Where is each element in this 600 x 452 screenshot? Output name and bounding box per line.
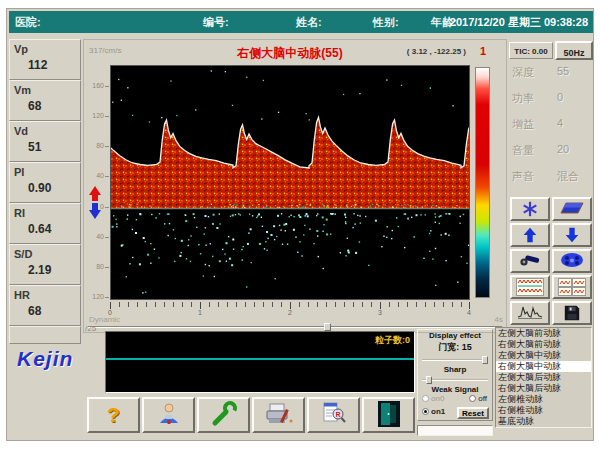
param-value: 2.19 — [28, 263, 76, 277]
question-mark-icon: ? — [89, 399, 138, 431]
artery-item[interactable]: 右侧大脑后动脉 — [496, 383, 591, 394]
exit-button[interactable] — [362, 397, 415, 433]
gate-width-label: 门宽: — [438, 342, 459, 352]
gate-width-slider[interactable] — [422, 356, 488, 364]
power-row: 功率 0 — [509, 91, 593, 111]
wrench-icon — [210, 401, 238, 427]
gain-label: 增益 — [512, 117, 534, 132]
header-bar: 医院: 编号: 姓名: 性别: 年龄: 2017/12/20 星期三 09:38… — [9, 11, 593, 33]
depth-up-button[interactable] — [510, 223, 550, 247]
channel-number: 1 — [480, 45, 486, 57]
artery-list: 左侧大脑前动脉 右侧大脑前动脉 左侧大脑中动脉 右侧大脑中动脉 左侧大脑后动脉 … — [495, 327, 592, 428]
brand-logo: Kejin — [17, 347, 73, 371]
patient-info-button[interactable] — [142, 397, 195, 433]
param-label: Vm — [14, 84, 76, 96]
gender-label: 性别: — [373, 15, 399, 30]
depth-value: 55 — [557, 65, 569, 77]
artery-item[interactable]: 右侧大脑前动脉 — [496, 339, 591, 350]
freeze-button[interactable] — [510, 197, 550, 221]
y-tick: 120 — [84, 112, 104, 119]
help-button[interactable]: ? — [87, 397, 140, 433]
quad-spectrum-button[interactable] — [552, 275, 592, 299]
x-tick: 1 — [192, 309, 208, 316]
probe-select-button[interactable] — [510, 249, 550, 273]
envelope-trace-button[interactable] — [510, 301, 550, 325]
y-tick: 40 — [84, 233, 104, 240]
reset-button[interactable]: Reset — [457, 407, 489, 419]
down-arrow-icon — [563, 226, 581, 244]
artery-item[interactable]: 左侧大脑后动脉 — [496, 372, 591, 383]
x-tick: 2 — [282, 309, 298, 316]
probe-plate-icon — [559, 200, 585, 216]
x-tick: 4 — [461, 309, 477, 316]
param-value: 0.64 — [28, 222, 76, 236]
power-label: 功率 — [512, 91, 534, 106]
hospital-label: 医院: — [15, 15, 41, 30]
gate-depth-line — [106, 358, 414, 360]
frequency-button[interactable]: 50Hz — [555, 41, 593, 60]
up-arrow-icon — [521, 226, 539, 244]
patient-icon — [155, 401, 183, 427]
display-effect-panel: Display effect 门宽: 15 Sharp Weak Signal … — [417, 329, 493, 421]
m-mode-display: 粒子数:0 — [105, 331, 415, 393]
sound-row: 声音 混合 — [509, 169, 593, 189]
flow-up-arrow-icon — [89, 186, 101, 195]
y-tick: 80 — [84, 263, 104, 270]
settings-button[interactable] — [197, 397, 250, 433]
param-label: PI — [14, 166, 76, 178]
param-label: Vp — [14, 43, 76, 55]
radio-off[interactable] — [469, 395, 476, 402]
cine-film-button[interactable] — [552, 249, 592, 273]
control-panel: TIC: 0.00 50Hz 深度 55 功率 0 增益 4 音量 20 声音 … — [509, 39, 593, 329]
param-value: 68 — [28, 304, 76, 318]
volume-value: 20 — [557, 143, 569, 155]
snowflake-icon — [520, 200, 540, 218]
param-label: Vd — [14, 125, 76, 137]
probe-plate-button[interactable] — [552, 197, 592, 221]
datetime-display: 2017/12/20 星期三 09:38:28 — [450, 15, 588, 30]
report-review-button[interactable]: R — [307, 397, 360, 433]
artery-item-selected[interactable]: 右侧大脑中动脉 — [496, 361, 591, 372]
svg-text:R: R — [335, 410, 340, 417]
sharp-label: Sharp — [418, 365, 492, 374]
artery-item[interactable]: 左侧大脑前动脉 — [496, 328, 591, 339]
slider-handle[interactable] — [324, 323, 331, 331]
flow-down-arrow-icon — [89, 210, 101, 219]
tic-display: TIC: 0.00 — [509, 42, 553, 59]
print-button[interactable] — [252, 397, 305, 433]
single-spectrum-button[interactable] — [510, 275, 550, 299]
param-pi: PI0.90 — [9, 162, 81, 203]
slider-handle[interactable] — [482, 356, 488, 364]
spectrum-panel: 317/cm/s 右侧大脑中动脉(55) ( 3.12 , -122.25 ) … — [83, 39, 507, 333]
radio-on1[interactable] — [422, 408, 429, 415]
power-value: 0 — [557, 91, 563, 103]
sound-label: 声音 — [512, 169, 534, 184]
param-value: 51 — [28, 140, 76, 154]
single-spectrum-icon — [516, 278, 544, 296]
depth-row: 深度 55 — [509, 65, 593, 85]
gain-value: 4 — [557, 117, 563, 129]
y-tick: 160 — [84, 82, 104, 89]
artery-item[interactable]: 右侧椎动脉 — [496, 405, 591, 416]
artery-item[interactable]: 左侧大脑中动脉 — [496, 350, 591, 361]
param-value: 112 — [28, 58, 76, 72]
radio-on0[interactable] — [422, 395, 429, 402]
id-label: 编号: — [203, 15, 229, 30]
doppler-spectrum-display[interactable] — [110, 65, 470, 300]
sidebar-filler — [9, 326, 81, 344]
gate-width-value: 15 — [462, 342, 472, 352]
artery-item[interactable]: 左侧椎动脉 — [496, 394, 591, 405]
radio-on1-label: on1 — [431, 407, 445, 416]
param-label: RI — [14, 207, 76, 219]
parameter-sidebar: Vp112 Vm68 Vd51 PI0.90 RI0.64 S/D2.19 HR… — [9, 39, 81, 345]
param-ri: RI0.64 — [9, 203, 81, 244]
radio-on0-label: on0 — [431, 394, 444, 403]
param-vd: Vd51 — [9, 121, 81, 162]
gate-width-row: 门宽: 15 — [418, 341, 492, 354]
y-tick: 80 — [84, 142, 104, 149]
artery-item[interactable]: 基底动脉 — [496, 416, 591, 427]
save-button[interactable] — [552, 301, 592, 325]
sharp-slider[interactable] — [422, 376, 488, 384]
slider-handle[interactable] — [426, 376, 432, 384]
depth-down-button[interactable] — [552, 223, 592, 247]
